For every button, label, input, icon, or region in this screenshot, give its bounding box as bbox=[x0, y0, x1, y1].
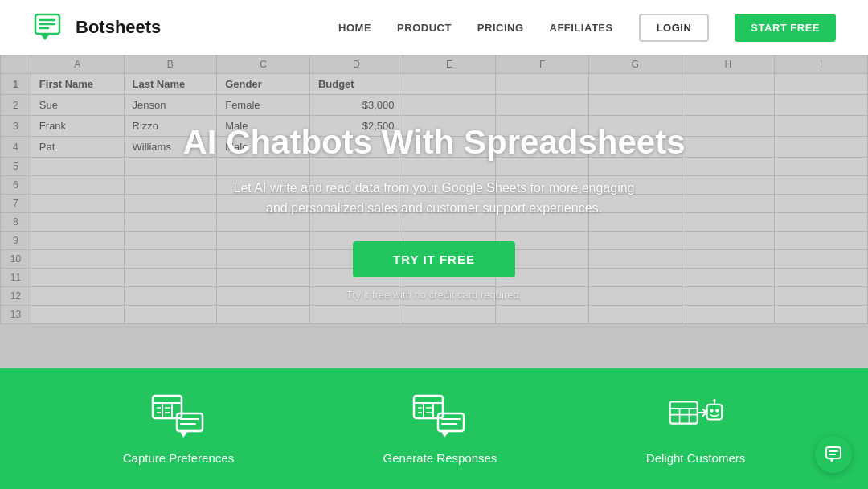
svg-rect-36 bbox=[706, 404, 722, 419]
feature-delight: Delight Customers bbox=[646, 393, 745, 465]
hero-subtitle: Let AI write and read data from your Goo… bbox=[225, 178, 643, 219]
hero-content: AI Chatbots With Spreadsheets Let AI wri… bbox=[0, 55, 868, 368]
botsheets-logo-icon bbox=[32, 10, 68, 45]
logo[interactable]: Botsheets bbox=[32, 10, 161, 45]
start-free-button[interactable]: START FREE bbox=[735, 14, 836, 42]
feature-capture-label: Capture Preferences bbox=[123, 451, 234, 465]
svg-marker-46 bbox=[829, 458, 834, 462]
svg-rect-43 bbox=[826, 447, 841, 458]
features-section: Capture Preferences Generate Responses bbox=[0, 368, 868, 489]
feature-capture: Capture Preferences bbox=[123, 393, 234, 465]
main-nav: HOME PRODUCT PRICING AFFILIATES LOGIN ST… bbox=[338, 14, 836, 42]
generate-icon bbox=[412, 393, 467, 442]
svg-point-38 bbox=[715, 409, 719, 412]
svg-rect-30 bbox=[669, 401, 697, 423]
svg-point-37 bbox=[710, 409, 713, 412]
hero-section: A B C D E F G H I 1First NameLast NameGe… bbox=[0, 55, 868, 368]
nav-affiliates[interactable]: AFFILIATES bbox=[550, 22, 613, 34]
try-free-button[interactable]: TRY IT FREE bbox=[353, 241, 515, 277]
nav-product[interactable]: PRODUCT bbox=[397, 22, 452, 34]
feature-generate-label: Generate Responses bbox=[383, 451, 497, 465]
svg-marker-17 bbox=[180, 431, 188, 438]
feature-delight-label: Delight Customers bbox=[646, 451, 745, 465]
nav-home[interactable]: HOME bbox=[338, 22, 371, 34]
header: Botsheets HOME PRODUCT PRICING AFFILIATE… bbox=[0, 0, 868, 55]
capture-icon bbox=[151, 393, 206, 442]
login-button[interactable]: LOGIN bbox=[639, 14, 710, 42]
svg-point-40 bbox=[713, 399, 715, 401]
nav-pricing[interactable]: PRICING bbox=[477, 22, 524, 34]
delight-icon bbox=[669, 393, 723, 442]
logo-text: Botsheets bbox=[76, 17, 161, 38]
hero-title: AI Chatbots With Spreadsheets bbox=[182, 122, 685, 162]
feature-generate: Generate Responses bbox=[383, 393, 497, 465]
svg-marker-29 bbox=[441, 431, 449, 438]
hero-footnote: Try it free with no credit card required… bbox=[346, 289, 522, 301]
chat-button[interactable] bbox=[815, 436, 852, 473]
